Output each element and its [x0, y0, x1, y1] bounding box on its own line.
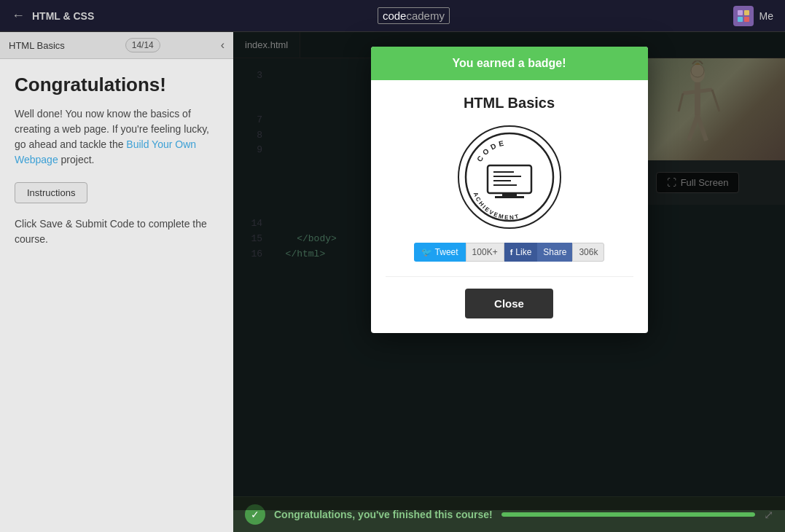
- congratulations-title: Congratulations!: [15, 74, 219, 96]
- top-nav: ← HTML & CSS codecademy Me: [0, 0, 785, 32]
- collapse-sidebar-button[interactable]: ‹: [221, 39, 224, 52]
- progress-bar-fill: [501, 512, 755, 517]
- top-nav-right: Me: [733, 6, 773, 26]
- avatar[interactable]: [733, 6, 754, 26]
- modal-header-text: You earned a badge!: [452, 57, 566, 69]
- fb-icon: f: [510, 248, 513, 257]
- svg-rect-2: [738, 17, 743, 22]
- badge-svg: CODE ACHIEVEMENT: [456, 123, 563, 231]
- badge-modal: You earned a badge! HTML Basics: [371, 47, 648, 333]
- top-nav-left: ← HTML & CSS: [12, 8, 94, 23]
- fb-count: 306k: [572, 243, 604, 262]
- instructions-button[interactable]: Instructions: [15, 182, 87, 203]
- progress-bar: [501, 512, 755, 517]
- modal-badge-title: HTML Basics: [386, 95, 633, 112]
- tweet-count: 100K+: [466, 243, 504, 262]
- sidebar-header: HTML Basics 14/14 ‹: [0, 32, 233, 59]
- sidebar-title: HTML Basics: [9, 40, 65, 51]
- svg-rect-0: [738, 10, 743, 15]
- congrats-text-part2: project.: [58, 154, 95, 165]
- modal-header: You earned a badge!: [371, 47, 648, 80]
- fb-share-button[interactable]: Share: [537, 243, 572, 262]
- logo: codecademy: [378, 9, 450, 22]
- fb-like-label: Like: [515, 247, 531, 257]
- twitter-icon: 🐦: [421, 247, 432, 257]
- logo-cademy: cademy: [406, 9, 445, 22]
- instructions-body: Click Save & Submit Code to complete the…: [15, 216, 219, 247]
- modal-body: HTML Basics CODE: [371, 80, 648, 333]
- logo-code: code: [383, 9, 407, 22]
- svg-rect-19: [495, 196, 524, 198]
- bottom-congrats-text: Congratulations, you've finished this co…: [274, 509, 493, 520]
- tweet-label: Tweet: [435, 247, 458, 257]
- progress-badge: 14/14: [125, 38, 160, 52]
- modal-divider: [386, 276, 633, 277]
- course-title: HTML & CSS: [32, 10, 94, 22]
- social-buttons: 🐦 Tweet 100K+ f Like Share 306k: [386, 243, 633, 262]
- fb-like-button[interactable]: f Like: [504, 243, 538, 262]
- fb-share-label: Share: [543, 247, 566, 257]
- back-arrow-icon[interactable]: ←: [12, 8, 25, 23]
- congratulations-text: Well done! You now know the basics of cr…: [15, 106, 219, 168]
- user-label: Me: [759, 10, 773, 22]
- svg-rect-3: [744, 17, 749, 22]
- modal-overlay: You earned a badge! HTML Basics: [233, 32, 785, 510]
- svg-rect-1: [744, 10, 749, 15]
- svg-rect-18: [502, 193, 517, 196]
- close-button[interactable]: Close: [465, 289, 553, 318]
- sidebar-content: Congratulations! Well done! You now know…: [0, 59, 233, 532]
- tweet-button[interactable]: 🐦 Tweet: [414, 243, 466, 262]
- sidebar: HTML Basics 14/14 ‹ Congratulations! Wel…: [0, 32, 233, 532]
